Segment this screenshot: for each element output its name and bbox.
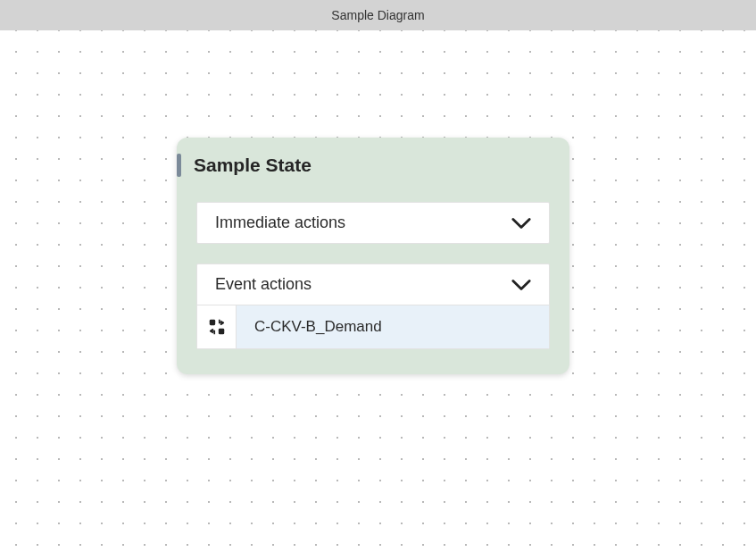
immediate-actions-section: Immediate actions: [196, 202, 550, 244]
state-node[interactable]: Sample State Immediate actions Event act…: [177, 138, 569, 374]
chevron-down-icon: [511, 217, 531, 230]
event-action-item-label: C-CKV-B_Demand: [237, 305, 549, 348]
event-actions-label: Event actions: [215, 275, 312, 294]
diagram-title: Sample Diagram: [331, 8, 424, 22]
svg-rect-0: [209, 320, 214, 325]
event-action-item[interactable]: C-CKV-B_Demand: [197, 305, 549, 348]
diagram-header: Sample Diagram: [0, 0, 756, 30]
diagram-canvas[interactable]: Sample State Immediate actions Event act…: [0, 30, 756, 552]
chevron-down-icon: [511, 279, 531, 291]
svg-rect-1: [218, 329, 223, 334]
transition-icon: [197, 305, 237, 348]
state-title-row: Sample State: [189, 154, 557, 177]
state-title: Sample State: [194, 155, 312, 176]
state-marker: [177, 154, 181, 177]
immediate-actions-header[interactable]: Immediate actions: [197, 203, 549, 243]
immediate-actions-label: Immediate actions: [215, 213, 345, 232]
event-actions-section: Event actions C-CKV-B_Demand: [196, 263, 550, 349]
event-actions-header[interactable]: Event actions: [197, 264, 549, 305]
